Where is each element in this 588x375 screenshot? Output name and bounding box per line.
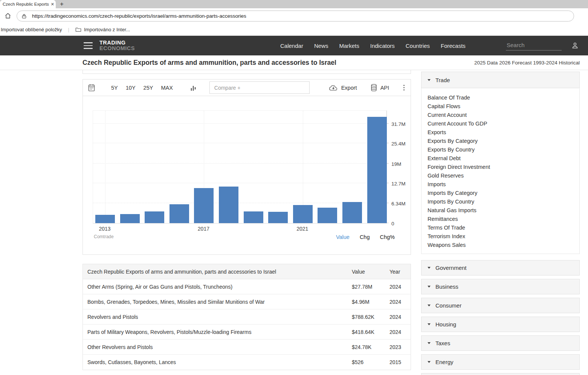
y-axis-tick — [386, 183, 389, 183]
sidebar-link-exports-by-category[interactable]: Exports By Category — [428, 137, 579, 145]
range-button-10y[interactable]: 10Y — [126, 85, 136, 91]
more-options-icon[interactable] — [403, 85, 405, 90]
browser-toolbar: https://tradingeconomics.com/czech-repub… — [0, 8, 588, 23]
calendar-icon[interactable] — [88, 84, 95, 92]
bookmark-imported-folder[interactable]: Importováno z Inter... — [75, 27, 131, 32]
nav-item-calendar[interactable]: Calendar — [280, 43, 303, 49]
address-bar[interactable]: https://tradingeconomics.com/czech-repub… — [17, 11, 574, 21]
nav-item-countries[interactable]: Countries — [406, 43, 430, 49]
bookmark-label: Importováno z Inter... — [84, 27, 130, 32]
sidebar-link-current-account[interactable]: Current Account — [428, 111, 579, 119]
sidebar-link-imports-by-country[interactable]: Imports By Country — [428, 197, 579, 206]
bar-2023[interactable] — [342, 202, 362, 223]
bar-2024[interactable] — [367, 117, 387, 223]
table-row[interactable]: Swords, Cutlasses, Bayonets, Lances$5262… — [83, 355, 411, 370]
table-row[interactable]: Other Arms (Spring, Air or Gas Guns and … — [83, 279, 411, 294]
row-category: Swords, Cutlasses, Bayonets, Lances — [83, 359, 352, 365]
compare-input[interactable] — [210, 82, 309, 93]
sidebar-link-imports[interactable]: Imports — [428, 180, 579, 189]
menu-icon[interactable] — [84, 42, 93, 51]
sidebar-section-government[interactable]: Government — [421, 260, 580, 276]
bar-2020[interactable] — [268, 212, 288, 223]
bar-2015[interactable] — [145, 211, 164, 223]
section-label: Government — [435, 265, 467, 271]
table-row[interactable]: Other Revolvers and Pistols$24.78K2023 — [83, 340, 411, 355]
section-label: Energy — [435, 359, 454, 365]
sidebar-link-imports-by-category[interactable]: Imports By Category — [428, 189, 579, 197]
sidebar-link-terms-of-trade[interactable]: Terms Of Trade — [428, 223, 579, 232]
chart-toolbar: 5Y10Y25YMAX Export API — [83, 80, 411, 96]
tab-close-icon[interactable]: ✕ — [51, 2, 54, 7]
mode-link-value[interactable]: Value — [336, 234, 350, 240]
bar-2022[interactable] — [318, 208, 337, 223]
chevron-down-icon — [428, 305, 431, 306]
sidebar-link-remittances[interactable]: Remittances — [428, 215, 579, 223]
row-year: 2023 — [389, 344, 411, 350]
table-row[interactable]: Parts of Military Weapons, Revolvers, Pi… — [83, 324, 411, 340]
bar-2021[interactable] — [293, 205, 313, 223]
row-year: 2015 — [389, 359, 411, 365]
row-value: $418.64K — [352, 329, 389, 335]
user-account-icon[interactable] — [571, 41, 579, 49]
sidebar-link-gold-reserves[interactable]: Gold Reserves — [428, 171, 579, 180]
bar-2018[interactable] — [219, 187, 238, 223]
sidebar-section-taxes[interactable]: Taxes — [421, 335, 580, 351]
new-tab-button[interactable]: + — [57, 0, 66, 8]
range-button-5y[interactable]: 5Y — [111, 85, 118, 91]
bar-2017[interactable] — [194, 188, 214, 223]
site-logo[interactable]: TRADING ECONOMICS — [99, 40, 135, 51]
search-input[interactable] — [506, 41, 562, 51]
sidebar-section-business[interactable]: Business — [421, 279, 580, 294]
row-year: 2024 — [389, 284, 411, 290]
api-button[interactable]: API — [371, 84, 389, 92]
logo-line-1: TRADING — [99, 40, 135, 46]
y-axis-tick — [386, 203, 389, 203]
range-button-max[interactable]: MAX — [161, 85, 173, 91]
sidebar-link-balance-of-trade[interactable]: Balance Of Trade — [428, 93, 579, 102]
site-lock-icon[interactable] — [21, 14, 27, 19]
chart-type-icon[interactable] — [190, 84, 197, 92]
sidebar-link-external-debt[interactable]: External Debt — [428, 154, 579, 163]
bar-2013[interactable] — [95, 215, 115, 223]
mode-link-chg[interactable]: Chg — [360, 234, 370, 240]
nav-search — [506, 41, 562, 51]
sidebar-section-consumer[interactable]: Consumer — [421, 298, 580, 313]
next-section-cutoff — [421, 373, 580, 375]
nav-item-forecasts[interactable]: Forecasts — [441, 43, 466, 49]
row-category: Other Arms (Spring, Air or Gas Guns and … — [83, 284, 352, 290]
browser-window: Czech Republic Exports of arms a ✕ + htt… — [0, 0, 588, 375]
sidebar-link-capital-flows[interactable]: Capital Flows — [428, 102, 579, 111]
chart-plot-area[interactable] — [93, 110, 387, 223]
nav-item-news[interactable]: News — [314, 43, 328, 49]
range-button-25y[interactable]: 25Y — [144, 85, 153, 91]
sidebar-link-current-account-to-gdp[interactable]: Current Account To GDP — [428, 119, 579, 128]
sidebar-link-foreign-direct-investment[interactable]: Foreign Direct Investment — [428, 163, 579, 171]
bar-2019[interactable] — [244, 211, 263, 223]
browser-tab[interactable]: Czech Republic Exports of arms a ✕ — [0, 0, 56, 8]
sidebar-section-trade[interactable]: Trade — [421, 72, 580, 88]
bar-2016[interactable] — [170, 204, 189, 223]
y-axis-tick — [386, 223, 389, 223]
row-year: 2024 — [389, 314, 411, 320]
sidebar-link-exports-by-country[interactable]: Exports By Country — [428, 145, 579, 154]
row-value: $24.78K — [352, 344, 389, 350]
nav-item-markets[interactable]: Markets — [339, 43, 359, 49]
sidebar-section-housing[interactable]: Housing — [421, 317, 580, 332]
bar-chart: 06.34M12.7M19M25.4M31.7M 201320172021 Co… — [83, 96, 411, 254]
bar-2014[interactable] — [120, 214, 140, 223]
row-year: 2024 — [389, 299, 411, 305]
bookmark-import-favorites[interactable]: Importovat oblíbené položky — [0, 27, 63, 32]
sidebar-link-exports[interactable]: Exports — [428, 128, 579, 137]
sidebar-section-energy[interactable]: Energy — [421, 354, 580, 370]
export-button[interactable]: Export — [329, 84, 357, 91]
folder-icon — [75, 27, 81, 32]
mode-link-chg[interactable]: Chg% — [380, 234, 395, 240]
table-row[interactable]: Bombs, Grenades, Torpedoes, Mines, Missi… — [83, 294, 411, 309]
home-icon[interactable] — [5, 12, 11, 19]
sidebar-link-weapons-sales[interactable]: Weapons Sales — [428, 241, 579, 249]
sidebar-link-natural-gas-imports[interactable]: Natural Gas Imports — [428, 206, 579, 215]
sidebar-link-terrorism-index[interactable]: Terrorism Index — [428, 232, 579, 241]
nav-item-indicators[interactable]: Indicators — [370, 43, 395, 49]
table-row[interactable]: Revolvers and Pistols$788.62K2024 — [83, 309, 411, 324]
chart-source: Comtrade — [94, 234, 114, 239]
